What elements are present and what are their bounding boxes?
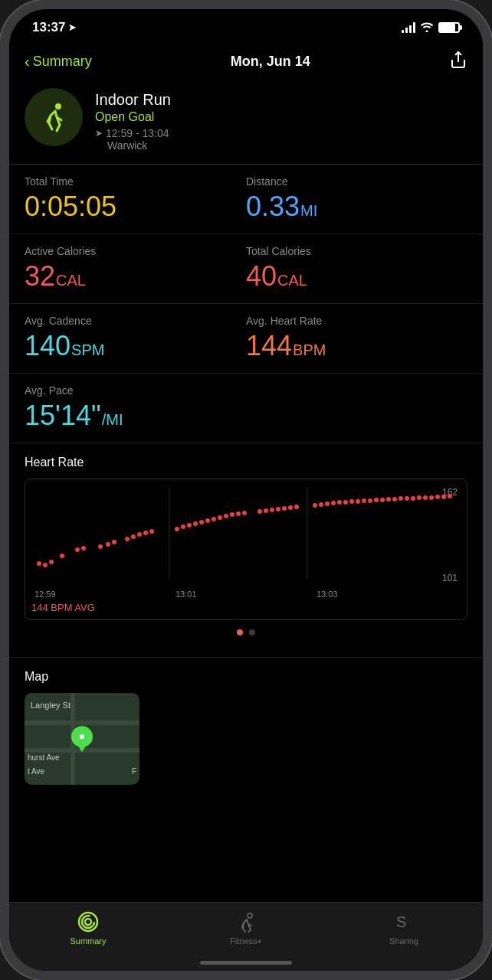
- svg-point-62: [82, 916, 94, 928]
- svg-point-18: [175, 527, 179, 531]
- map-section: Map Langley St hurst Ave t Ave F: [9, 658, 483, 800]
- map-thumbnail[interactable]: Langley St hurst Ave t Ave F: [25, 693, 139, 785]
- map-road-h1: [25, 720, 139, 725]
- wifi-icon: [420, 21, 434, 34]
- back-label: Summary: [33, 54, 92, 70]
- active-cal-number: 32: [25, 260, 55, 292]
- stats-row-calories: Active Calories 32 CAL Total Calories 40…: [9, 234, 483, 304]
- summary-tab-icon: [77, 910, 100, 933]
- svg-point-37: [313, 503, 317, 508]
- svg-point-58: [441, 495, 446, 499]
- map-title: Map: [25, 670, 467, 684]
- pace-unit: /MI: [102, 411, 123, 429]
- svg-point-52: [405, 496, 409, 501]
- chart-x-label-1303: 13:03: [317, 590, 338, 599]
- distance-number: 0.33: [246, 191, 300, 223]
- share-button[interactable]: [449, 51, 467, 73]
- main-content[interactable]: ‹ Summary Mon, Jun 14: [9, 41, 483, 965]
- fitness-tab-icon: [235, 910, 257, 933]
- heart-rate-unit: BPM: [293, 341, 326, 359]
- active-cal-unit: CAL: [56, 272, 86, 289]
- status-icons: [402, 21, 460, 34]
- svg-point-25: [218, 515, 222, 520]
- svg-point-43: [349, 499, 354, 504]
- stat-heart-rate: Avg. Heart Rate 144 BPM: [246, 315, 467, 362]
- stat-total-cal: Total Calories 40 CAL: [246, 245, 467, 292]
- heart-rate-label: Avg. Heart Rate: [246, 315, 467, 327]
- heart-rate-section: Heart Rate 162 101: [9, 443, 483, 658]
- svg-point-30: [257, 509, 262, 514]
- svg-point-54: [417, 495, 421, 500]
- back-button[interactable]: ‹ Summary: [25, 53, 92, 70]
- map-background: Langley St hurst Ave t Ave F: [25, 693, 139, 785]
- tab-summary[interactable]: Summary: [9, 910, 167, 946]
- total-time-label: Total Time: [25, 175, 246, 188]
- chart-x-labels: 12:59 13:01 13:03: [31, 590, 461, 599]
- stats-row-pace: Avg. Pace 15'14" /MI: [9, 374, 483, 443]
- stat-distance: Distance 0.33 MI: [246, 175, 467, 223]
- chart-x-label-1259: 12:59: [34, 590, 56, 599]
- svg-point-48: [380, 498, 385, 502]
- svg-point-10: [98, 544, 103, 549]
- svg-point-38: [319, 502, 323, 507]
- svg-point-17: [149, 529, 154, 534]
- cadence-label: Avg. Cadence: [25, 315, 246, 327]
- heart-rate-value: 144 BPM: [246, 330, 467, 362]
- summary-tab-label: Summary: [70, 936, 106, 946]
- svg-point-55: [423, 495, 428, 500]
- svg-point-33: [276, 507, 280, 511]
- svg-point-57: [435, 495, 440, 499]
- svg-point-39: [325, 501, 330, 506]
- location-pin-icon: ➤: [95, 128, 103, 139]
- svg-point-11: [106, 542, 110, 547]
- tab-sharing[interactable]: S Sharing: [325, 910, 483, 946]
- svg-point-12: [112, 540, 116, 544]
- cadence-number: 140: [25, 330, 71, 362]
- fitness-tab-label: Fitness+: [230, 936, 262, 946]
- chart-grid: [31, 487, 461, 586]
- svg-point-23: [205, 518, 210, 523]
- heart-rate-section-title: Heart Rate: [25, 456, 467, 469]
- page-indicator: [25, 620, 467, 645]
- workout-time-location: ➤ 12:59 - 13:04: [95, 127, 467, 139]
- total-time-number: 0:05:05: [25, 191, 116, 223]
- location-arrow-icon: ➤: [68, 22, 76, 33]
- svg-point-28: [236, 511, 241, 516]
- svg-point-13: [125, 537, 130, 541]
- svg-point-8: [75, 547, 80, 552]
- notch: [185, 9, 307, 32]
- phone-inner: 13:37 ➤: [9, 9, 483, 971]
- total-cal-label: Total Calories: [246, 245, 467, 257]
- page-title: Mon, Jun 14: [231, 54, 310, 70]
- workout-type: Indoor Run: [95, 91, 467, 109]
- svg-point-15: [137, 532, 142, 537]
- pace-label: Avg. Pace: [25, 384, 467, 397]
- cadence-unit: SPM: [71, 341, 104, 359]
- svg-point-20: [187, 523, 192, 528]
- svg-point-45: [362, 498, 366, 503]
- svg-point-46: [368, 498, 372, 503]
- tab-fitness[interactable]: Fitness+: [167, 910, 325, 946]
- svg-point-4: [37, 561, 41, 566]
- svg-point-42: [343, 500, 348, 505]
- map-bottom-label: t Ave: [28, 767, 44, 776]
- sharing-tab-label: Sharing: [389, 936, 418, 946]
- map-right-label: F: [132, 767, 136, 776]
- svg-point-50: [392, 497, 397, 501]
- page-header: ‹ Summary Mon, Jun 14: [9, 41, 483, 82]
- svg-point-47: [374, 498, 379, 502]
- svg-point-49: [386, 497, 391, 501]
- pace-number: 15'14": [25, 400, 101, 432]
- total-cal-number: 40: [246, 260, 277, 292]
- svg-point-16: [143, 531, 148, 535]
- active-cal-value: 32 CAL: [25, 260, 246, 292]
- stat-cadence: Avg. Cadence 140 SPM: [25, 315, 246, 362]
- pace-value: 15'14" /MI: [25, 400, 467, 432]
- sharing-tab-icon: S: [392, 910, 415, 933]
- svg-point-59: [448, 494, 452, 498]
- home-indicator: [200, 961, 292, 965]
- workout-icon: [25, 88, 83, 146]
- svg-point-35: [288, 505, 293, 510]
- svg-point-27: [230, 512, 235, 517]
- svg-point-29: [242, 511, 247, 515]
